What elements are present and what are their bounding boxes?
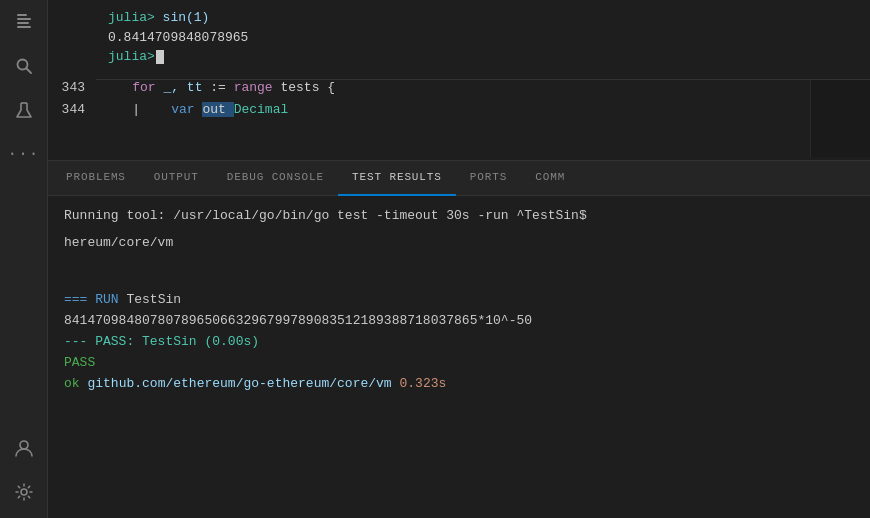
settings-icon[interactable] [10, 478, 38, 506]
run-line: === RUN TestSin [64, 290, 854, 311]
svg-rect-0 [17, 14, 27, 16]
ok-path: github.com/ethereum/go-ethereum/core/vm [87, 376, 391, 391]
flask-icon[interactable] [10, 96, 38, 124]
line-number-343: 343 [56, 77, 85, 99]
pass-line: --- PASS: TestSin (0.00s) [64, 332, 854, 353]
activity-bar: ··· [0, 0, 48, 518]
julia-cmd-1: sin(1) [155, 10, 210, 25]
main-content: julia> sin(1) 0.8414709848078965 julia> … [48, 0, 870, 518]
code-lines[interactable]: for _, tt := range tests { | var out Dec… [93, 75, 810, 157]
tab-debug-console[interactable]: DEBUG CONSOLE [213, 161, 338, 196]
explorer-icon[interactable] [10, 8, 38, 36]
account-icon[interactable] [10, 434, 38, 462]
svg-rect-1 [17, 18, 31, 20]
julia-line-1: julia> sin(1) [108, 8, 858, 28]
svg-rect-2 [17, 22, 29, 24]
run-test-name: TestSin [126, 292, 181, 307]
editor-area: julia> sin(1) 0.8414709848078965 julia> … [48, 0, 870, 160]
julia-terminal[interactable]: julia> sin(1) 0.8414709848078965 julia> [96, 0, 870, 80]
run-label: === RUN [64, 292, 119, 307]
run-cmd-text: Running tool: /usr/local/go/bin/go test … [64, 208, 587, 223]
separator-1 [64, 262, 854, 283]
panel: PROBLEMS OUTPUT DEBUG CONSOLE TEST RESUL… [48, 160, 870, 518]
ok-timing: 0.323s [399, 376, 446, 391]
run-path: hereum/core/vm [64, 233, 854, 254]
julia-prompt-2: julia> [108, 49, 155, 64]
tab-comm[interactable]: COMM [521, 161, 579, 196]
ok-line: ok github.com/ethereum/go-ethereum/core/… [64, 374, 854, 395]
more-icon[interactable]: ··· [10, 140, 38, 168]
code-area: julia> sin(1) 0.8414709848078965 julia> … [48, 0, 870, 160]
svg-point-8 [21, 489, 27, 495]
julia-prompt-1: julia> [108, 10, 155, 25]
line-numbers: 343 344 [48, 75, 93, 157]
run-command: Running tool: /usr/local/go/bin/go test … [64, 206, 854, 227]
search-icon[interactable] [10, 52, 38, 80]
pass-word: PASS [64, 353, 854, 374]
panel-tabs: PROBLEMS OUTPUT DEBUG CONSOLE TEST RESUL… [48, 161, 870, 196]
svg-point-7 [20, 441, 28, 449]
code-line-344: | var out Decimal [101, 99, 802, 121]
tab-problems[interactable]: PROBLEMS [52, 161, 140, 196]
tab-test-results[interactable]: TEST RESULTS [338, 161, 456, 196]
pass-text: PASS [64, 355, 95, 370]
editor-wrapper: 343 344 for _, tt := range tests { | var… [48, 75, 870, 157]
tab-output[interactable]: OUTPUT [140, 161, 213, 196]
minimap [810, 75, 870, 157]
svg-rect-3 [17, 26, 31, 28]
svg-line-5 [26, 69, 31, 74]
tab-ports[interactable]: PORTS [456, 161, 521, 196]
panel-content[interactable]: Running tool: /usr/local/go/bin/go test … [48, 196, 870, 518]
julia-line-2: 0.8414709848078965 [108, 28, 858, 48]
line-number-344: 344 [56, 99, 85, 121]
ok-label: ok [64, 376, 80, 391]
julia-result: 0.8414709848078965 [108, 30, 248, 45]
julia-line-3: julia> [108, 47, 858, 67]
julia-cursor [156, 50, 164, 64]
pass-label: --- PASS: TestSin (0.00s) [64, 334, 259, 349]
result-number: 8414709848078078965066329679978908351218… [64, 311, 854, 332]
code-line-343: for _, tt := range tests { [101, 77, 802, 99]
